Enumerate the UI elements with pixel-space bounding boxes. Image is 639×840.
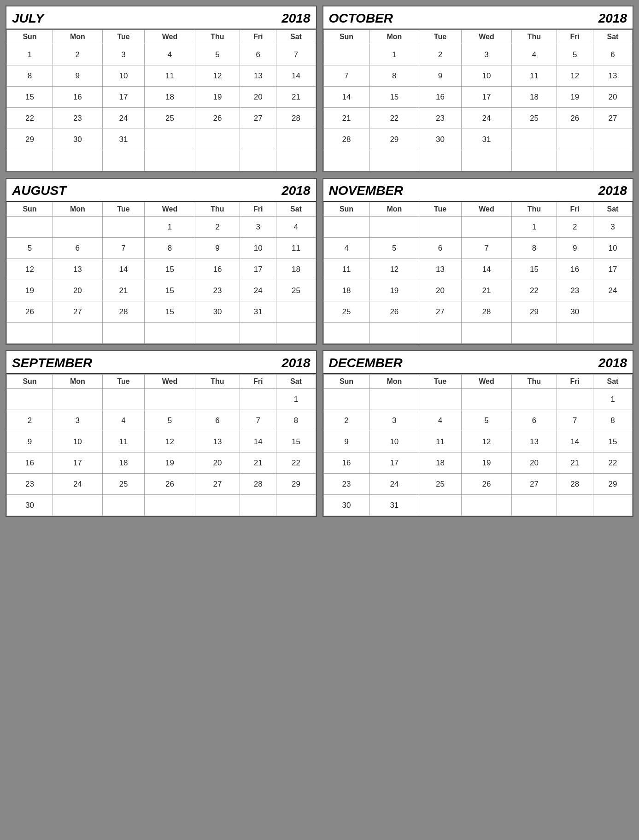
- november-cell-w2-d4: 15: [512, 259, 557, 280]
- december-day-header-sun: Sun: [323, 375, 369, 389]
- september-week-1: 2345678: [7, 410, 316, 431]
- december-cell-w3-d4: 20: [512, 452, 557, 474]
- september-cell-w1-d6: 8: [276, 410, 316, 431]
- december-cell-w4-d6: 29: [593, 474, 632, 495]
- october-week-4: 28293031: [323, 129, 633, 150]
- november-cell-w3-d5: 23: [557, 280, 593, 301]
- august-cell-w0-d0: [7, 217, 53, 238]
- october-cell-w0-d5: 5: [557, 44, 593, 65]
- july-cell-w0-d1: 2: [53, 44, 103, 65]
- december-cell-w4-d3: 26: [461, 474, 511, 495]
- october-cell-w3-d6: 27: [593, 108, 632, 129]
- july-header: JULY2018: [6, 6, 316, 29]
- july-cell-w3-d1: 23: [53, 108, 103, 129]
- october-table: SunMonTueWedThuFriSat1234567891011121314…: [323, 29, 633, 171]
- september-cell-w0-d0: [7, 389, 53, 410]
- december-cell-w4-d2: 25: [419, 474, 462, 495]
- november-day-header-thu: Thu: [512, 202, 557, 217]
- december-cell-w0-d4: [512, 389, 557, 410]
- october-cell-w5-d2: [419, 150, 462, 171]
- september-year: 2018: [281, 356, 310, 370]
- december-cell-w1-d3: 5: [461, 410, 511, 431]
- december-week-3: 16171819202122: [323, 452, 633, 474]
- november-cell-w0-d4: 1: [512, 217, 557, 238]
- july-cell-w2-d1: 16: [53, 87, 103, 108]
- november-week-3: 18192021222324: [323, 280, 633, 301]
- november-cell-w3-d3: 21: [461, 280, 511, 301]
- august-cell-w5-d2: [102, 323, 145, 344]
- december-cell-w3-d0: 16: [323, 452, 369, 474]
- december-cell-w4-d4: 27: [512, 474, 557, 495]
- november-cell-w2-d5: 16: [557, 259, 593, 280]
- august-week-4: 262728153031: [7, 301, 316, 323]
- september-day-header-wed: Wed: [145, 375, 195, 389]
- august-cell-w4-d5: 31: [240, 301, 276, 323]
- november-cell-w0-d6: 3: [593, 217, 632, 238]
- december-cell-w1-d6: 8: [593, 410, 632, 431]
- october-cell-w1-d5: 12: [557, 65, 593, 87]
- october-cell-w1-d0: 7: [323, 65, 369, 87]
- november-year: 2018: [598, 183, 627, 198]
- october-week-1: 78910111213: [323, 65, 633, 87]
- august-header: AUGUST2018: [6, 179, 316, 202]
- september-cell-w4-d1: 24: [53, 474, 103, 495]
- november-week-0: 123: [323, 217, 633, 238]
- august-cell-w4-d6: [276, 301, 316, 323]
- september-cell-w0-d4: [195, 389, 240, 410]
- calendar-grid: JULY2018SunMonTueWedThuFriSat12345678910…: [6, 6, 633, 517]
- september-cell-w1-d5: 7: [240, 410, 276, 431]
- august-cell-w1-d1: 6: [53, 238, 103, 259]
- november-cell-w1-d0: 4: [323, 238, 369, 259]
- december-day-header-sat: Sat: [593, 375, 632, 389]
- november-name: NOVEMBER: [329, 183, 404, 198]
- calendar-october: OCTOBER2018SunMonTueWedThuFriSat12345678…: [322, 6, 634, 172]
- december-cell-w3-d3: 19: [461, 452, 511, 474]
- july-cell-w0-d2: 3: [102, 44, 145, 65]
- july-cell-w1-d6: 14: [276, 65, 316, 87]
- november-day-header-fri: Fri: [557, 202, 593, 217]
- december-day-header-mon: Mon: [369, 375, 419, 389]
- july-cell-w1-d0: 8: [7, 65, 53, 87]
- august-day-header-fri: Fri: [240, 202, 276, 217]
- august-table: SunMonTueWedThuFriSat1234567891011121314…: [6, 202, 316, 344]
- september-cell-w2-d1: 10: [53, 431, 103, 452]
- october-cell-w0-d2: 2: [419, 44, 462, 65]
- october-cell-w2-d2: 16: [419, 87, 462, 108]
- october-day-header-sun: Sun: [323, 30, 369, 44]
- december-cell-w2-d1: 10: [369, 431, 419, 452]
- september-day-header-fri: Fri: [240, 375, 276, 389]
- october-cell-w1-d4: 11: [512, 65, 557, 87]
- october-week-5: [323, 150, 633, 171]
- october-cell-w5-d3: [461, 150, 511, 171]
- july-cell-w4-d5: [240, 129, 276, 150]
- november-week-4: 252627282930: [323, 301, 633, 323]
- november-cell-w2-d1: 12: [369, 259, 419, 280]
- july-cell-w5-d5: [240, 150, 276, 171]
- august-cell-w5-d1: [53, 323, 103, 344]
- august-day-header-thu: Thu: [195, 202, 240, 217]
- august-day-header-sat: Sat: [276, 202, 316, 217]
- september-day-header-sat: Sat: [276, 375, 316, 389]
- august-cell-w5-d5: [240, 323, 276, 344]
- september-cell-w4-d2: 25: [102, 474, 145, 495]
- september-cell-w2-d6: 15: [276, 431, 316, 452]
- october-cell-w4-d3: 31: [461, 129, 511, 150]
- august-day-header-wed: Wed: [145, 202, 195, 217]
- calendar-august: AUGUST2018SunMonTueWedThuFriSat123456789…: [6, 178, 317, 345]
- november-cell-w0-d2: [419, 217, 462, 238]
- july-cell-w1-d3: 11: [145, 65, 195, 87]
- july-cell-w3-d6: 28: [276, 108, 316, 129]
- october-week-0: 123456: [323, 44, 633, 65]
- july-cell-w3-d2: 24: [102, 108, 145, 129]
- december-cell-w2-d6: 15: [593, 431, 632, 452]
- september-cell-w1-d2: 4: [102, 410, 145, 431]
- october-day-header-thu: Thu: [512, 30, 557, 44]
- september-cell-w3-d0: 16: [7, 452, 53, 474]
- december-cell-w2-d0: 9: [323, 431, 369, 452]
- september-cell-w0-d3: [145, 389, 195, 410]
- november-cell-w2-d2: 13: [419, 259, 462, 280]
- november-cell-w3-d1: 19: [369, 280, 419, 301]
- october-cell-w1-d2: 9: [419, 65, 462, 87]
- august-year: 2018: [281, 183, 310, 198]
- july-cell-w2-d6: 21: [276, 87, 316, 108]
